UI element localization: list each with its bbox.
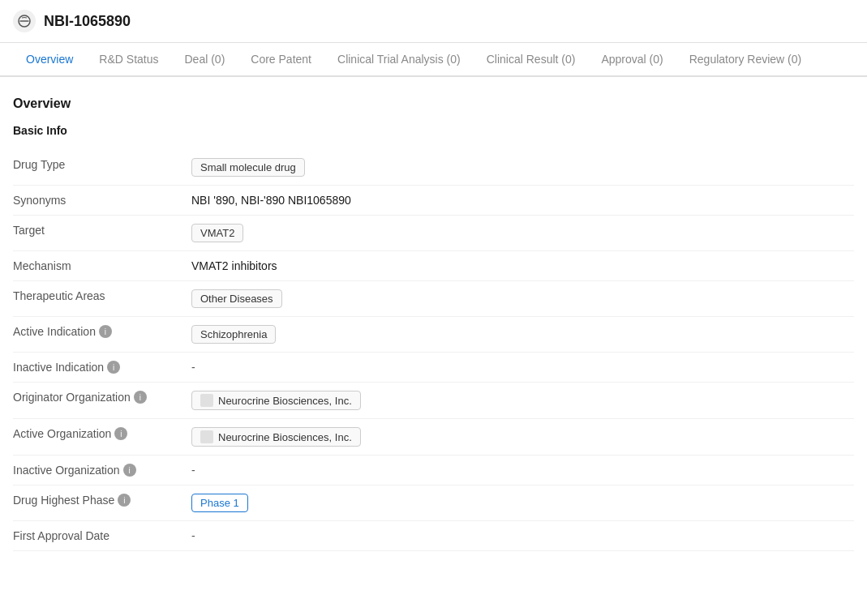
label-active-org: Active Organization i [13,427,191,440]
originator-org-tag[interactable]: Neurocrine Biosciences, Inc. [191,391,361,410]
value-originator-org: Neurocrine Biosciences, Inc. [191,391,854,410]
field-inactive-org: Inactive Organization i - [13,456,854,486]
value-active-org: Neurocrine Biosciences, Inc. [191,427,854,447]
label-target: Target [13,224,191,237]
subsection-title: Basic Info [13,124,854,137]
therapeutic-areas-tag[interactable]: Other Diseases [191,289,282,308]
field-target: Target VMAT2 [13,216,854,251]
tab-deal[interactable]: Deal (0) [172,43,238,77]
field-mechanism: Mechanism VMAT2 inhibitors [13,251,854,281]
tab-regulatory-review[interactable]: Regulatory Review (0) [676,43,815,77]
active-org-logo-icon [200,430,213,443]
tab-approval[interactable]: Approval (0) [588,43,676,77]
value-active-indication: Schizophrenia [191,325,854,344]
field-active-org: Active Organization i Neurocrine Bioscie… [13,419,854,456]
target-tag[interactable]: VMAT2 [191,224,243,242]
value-mechanism: VMAT2 inhibitors [191,259,854,272]
value-drug-highest-phase: Phase 1 [191,494,854,512]
inactive-org-info-icon[interactable]: i [123,464,136,477]
value-drug-type: Small molecule drug [191,158,854,177]
value-target: VMAT2 [191,224,854,242]
drug-highest-phase-tag[interactable]: Phase 1 [191,494,248,512]
value-first-approval-date: - [191,529,854,542]
drug-icon [13,10,36,32]
org-logo-icon [200,394,213,407]
field-first-approval-date: First Approval Date - [13,521,854,551]
field-inactive-indication: Inactive Indication i - [13,353,854,383]
tab-bar: Overview R&D Status Deal (0) Core Patent… [0,43,867,77]
active-indication-info-icon[interactable]: i [99,325,112,338]
active-org-name: Neurocrine Biosciences, Inc. [218,431,352,443]
label-drug-highest-phase: Drug Highest Phase i [13,494,191,507]
page-title: NBI-1065890 [44,13,131,30]
tab-core-patent[interactable]: Core Patent [238,43,324,77]
field-drug-type: Drug Type Small molecule drug [13,150,854,186]
value-therapeutic-areas: Other Diseases [191,289,854,308]
active-org-info-icon[interactable]: i [114,427,127,440]
value-inactive-indication: - [191,361,854,374]
label-first-approval-date: First Approval Date [13,529,191,542]
inactive-indication-info-icon[interactable]: i [107,361,120,374]
tab-overview[interactable]: Overview [13,43,86,77]
label-inactive-indication: Inactive Indication i [13,361,191,374]
label-therapeutic-areas: Therapeutic Areas [13,289,191,302]
tab-clinical-trial-analysis[interactable]: Clinical Trial Analysis (0) [324,43,474,77]
originator-org-info-icon[interactable]: i [134,391,147,404]
field-therapeutic-areas: Therapeutic Areas Other Diseases [13,281,854,317]
drug-highest-phase-info-icon[interactable]: i [118,494,131,507]
label-synonyms: Synonyms [13,194,191,207]
drug-type-tag[interactable]: Small molecule drug [191,158,305,177]
section-title: Overview [13,96,854,111]
value-synonyms: NBI '890, NBI-'890 NBI1065890 [191,194,854,207]
active-indication-tag[interactable]: Schizophrenia [191,325,276,344]
originator-org-name: Neurocrine Biosciences, Inc. [218,395,352,407]
label-mechanism: Mechanism [13,259,191,272]
field-originator-org: Originator Organization i Neurocrine Bio… [13,383,854,419]
tab-rd-status[interactable]: R&D Status [86,43,171,77]
field-active-indication: Active Indication i Schizophrenia [13,317,854,353]
label-drug-type: Drug Type [13,158,191,171]
page-header: NBI-1065890 [0,0,867,43]
label-active-indication: Active Indication i [13,325,191,338]
active-org-tag[interactable]: Neurocrine Biosciences, Inc. [191,427,361,447]
tab-clinical-result[interactable]: Clinical Result (0) [474,43,589,77]
label-inactive-org: Inactive Organization i [13,464,191,477]
value-inactive-org: - [191,464,854,477]
field-synonyms: Synonyms NBI '890, NBI-'890 NBI1065890 [13,186,854,216]
field-drug-highest-phase: Drug Highest Phase i Phase 1 [13,486,854,521]
label-originator-org: Originator Organization i [13,391,191,404]
main-content: Overview Basic Info Drug Type Small mole… [0,77,867,571]
